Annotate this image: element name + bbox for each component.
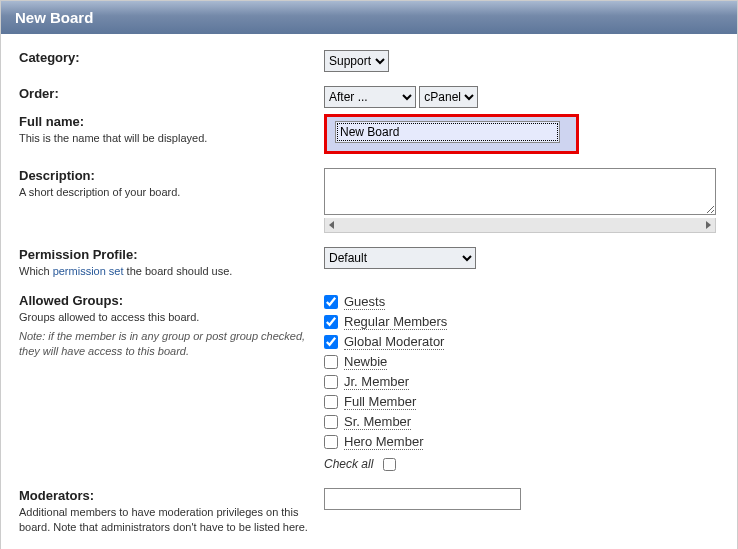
new-board-panel: New Board Category: Support Order: After… — [0, 0, 738, 549]
group-item: Jr. Member — [324, 373, 719, 391]
groups-list: GuestsRegular MembersGlobal ModeratorNew… — [324, 293, 719, 451]
order-row: Order: After ... cPanel — [19, 86, 719, 108]
group-label: Sr. Member — [344, 414, 411, 430]
groups-note: Note: if the member is in any group or p… — [19, 329, 312, 359]
category-row: Category: Support — [19, 50, 719, 72]
category-label: Category: — [19, 50, 312, 65]
moderators-label: Moderators: — [19, 488, 312, 503]
permission-help: Which permission set the board should us… — [19, 264, 312, 279]
moderators-row: Moderators: Additional members to have m… — [19, 488, 719, 535]
groups-help: Groups allowed to access this board. — [19, 310, 312, 325]
group-item: Regular Members — [324, 313, 719, 331]
moderators-input[interactable] — [324, 488, 521, 510]
group-checkbox[interactable] — [324, 295, 338, 309]
fullname-highlight — [324, 114, 579, 154]
panel-title: New Board — [1, 1, 737, 34]
permission-row: Permission Profile: Which permission set… — [19, 247, 719, 279]
description-textarea[interactable] — [324, 168, 716, 215]
group-item: Hero Member — [324, 433, 719, 451]
group-label: Guests — [344, 294, 385, 310]
group-item: Full Member — [324, 393, 719, 411]
description-help: A short description of your board. — [19, 185, 312, 200]
fullname-row: Full name: This is the name that will be… — [19, 114, 719, 154]
check-all-checkbox[interactable] — [383, 458, 396, 471]
fullname-label: Full name: — [19, 114, 312, 129]
description-scrollbar[interactable] — [324, 218, 716, 233]
group-label: Hero Member — [344, 434, 423, 450]
order-position-select[interactable]: After ... — [324, 86, 416, 108]
group-item: Newbie — [324, 353, 719, 371]
group-label: Global Moderator — [344, 334, 444, 350]
group-item: Guests — [324, 293, 719, 311]
group-label: Full Member — [344, 394, 416, 410]
order-label: Order: — [19, 86, 312, 101]
groups-label: Allowed Groups: — [19, 293, 312, 308]
group-checkbox[interactable] — [324, 335, 338, 349]
group-checkbox[interactable] — [324, 355, 338, 369]
group-item: Sr. Member — [324, 413, 719, 431]
moderators-help: Additional members to have moderation pr… — [19, 505, 312, 535]
permission-label: Permission Profile: — [19, 247, 312, 262]
group-checkbox[interactable] — [324, 435, 338, 449]
group-checkbox[interactable] — [324, 395, 338, 409]
group-label: Newbie — [344, 354, 387, 370]
permission-set-link[interactable]: permission set — [53, 265, 124, 277]
check-all-label: Check all — [324, 457, 373, 471]
groups-row: Allowed Groups: Groups allowed to access… — [19, 293, 719, 474]
group-label: Jr. Member — [344, 374, 409, 390]
group-checkbox[interactable] — [324, 375, 338, 389]
fullname-help: This is the name that will be displayed. — [19, 131, 312, 146]
group-checkbox[interactable] — [324, 315, 338, 329]
panel-body: Category: Support Order: After ... cPane… — [1, 34, 737, 549]
description-label: Description: — [19, 168, 312, 183]
group-item: Global Moderator — [324, 333, 719, 351]
permission-select[interactable]: Default — [324, 247, 476, 269]
group-label: Regular Members — [344, 314, 447, 330]
category-select[interactable]: Support — [324, 50, 389, 72]
group-checkbox[interactable] — [324, 415, 338, 429]
description-row: Description: A short description of your… — [19, 168, 719, 233]
order-board-select[interactable]: cPanel — [419, 86, 478, 108]
check-all-row: Check all — [324, 455, 719, 474]
fullname-input[interactable] — [335, 121, 560, 143]
